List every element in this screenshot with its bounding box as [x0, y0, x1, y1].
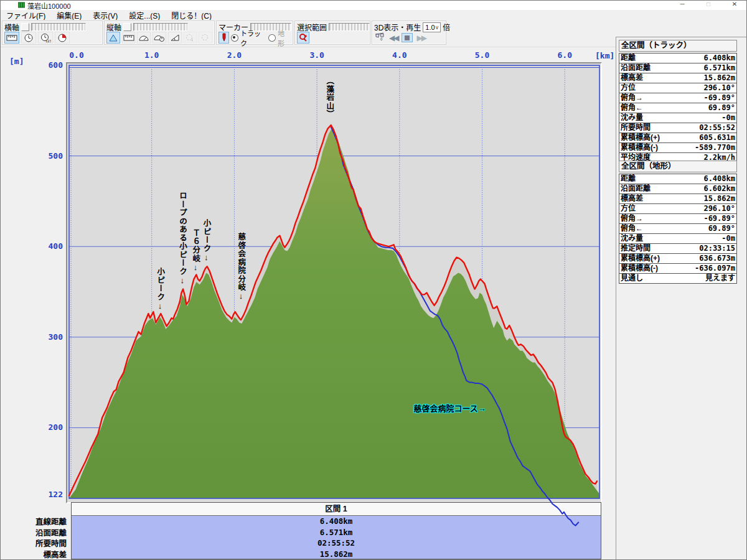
stat-label: 累積標高(+) [619, 254, 660, 263]
app-icon [18, 2, 25, 9]
stat-label: 俯角← [619, 224, 643, 233]
stat-value: 296.10° [703, 204, 736, 213]
menu-file[interactable]: ファイル(F) [1, 10, 51, 21]
y-tick-label: 200 [34, 422, 63, 432]
vaxis-elevation-mountain-icon[interactable] [106, 32, 120, 44]
panel-track-stats: 全区間（トラック） 距離6.408km沿面距離6.571km標高差15.862m… [619, 40, 737, 163]
vaxis-extra-1-icon[interactable]: 1 [184, 32, 197, 44]
vaxis-ruler-icon[interactable] [122, 32, 136, 44]
stat-row: 累積標高(-)-589.770m [619, 143, 736, 153]
stat-label: 方位 [619, 204, 636, 213]
stat-value: -69.89° [703, 93, 736, 103]
y-tick-label: 300 [34, 332, 63, 342]
stat-label: 沿面距離 [619, 63, 651, 73]
haxis-pie-timer-icon[interactable] [55, 32, 70, 44]
panel-terrain-title: 全区間（地形） [619, 161, 737, 172]
play-button[interactable]: ▶▶ [416, 34, 425, 42]
rewind-button[interactable]: ◀◀ [389, 34, 398, 42]
segment-value: 6.408km [72, 516, 601, 527]
menu-bar: ファイル(F) 編集(E) 表示(V) 設定...(S) 閉じる！(C) [1, 10, 746, 20]
maximize-button[interactable]: □ [700, 1, 716, 7]
y-tick-label: 600 [34, 60, 63, 70]
stat-value: 15.862m [703, 194, 736, 203]
stat-value: 636.673m [699, 254, 736, 263]
x-tick-label: 0.0 [63, 50, 90, 60]
selection-range-slider[interactable] [329, 23, 370, 31]
vaxis-speed-gauge-icon[interactable] [137, 32, 151, 44]
segment-row-label: 沿面距離 [1, 526, 67, 538]
stat-row: 俯角→-69.89° [619, 214, 736, 224]
segment-row-label: 直線距離 [1, 515, 67, 527]
minimize-button[interactable]: ─ [674, 1, 690, 7]
panel-track-table: 距離6.408km沿面距離6.571km標高差15.862m方位296.10°俯… [619, 53, 737, 163]
stat-label: 累積標高(-) [619, 264, 658, 273]
stat-row: 俯角←69.89° [619, 103, 736, 113]
stat-label: 所要時間 [619, 123, 651, 133]
stat-label: 俯角→ [619, 214, 643, 223]
segment-value: 15.862m [72, 549, 601, 560]
stat-value: -69.89° [703, 214, 736, 223]
stop-button[interactable] [402, 33, 413, 42]
vaxis-gauge-clock-icon[interactable] [153, 32, 166, 44]
stat-label: 標高差 [619, 194, 643, 203]
stat-row: 見通し見えます [619, 274, 736, 283]
vaxis-option-button[interactable] [123, 23, 131, 31]
horizontal-axis-label: 横軸 [4, 22, 19, 32]
radio-selected-icon [231, 34, 238, 42]
toolbar: 横軸 123 縦軸 1 [1, 20, 617, 47]
vaxis-scale-slider[interactable] [133, 23, 188, 31]
segment-table: 区間 1 6.408km6.571km02:55:5215.862m [71, 502, 601, 559]
stat-label: 俯角← [619, 103, 643, 113]
x-tick-label: 4.0 [386, 50, 413, 60]
haxis-scale-slider[interactable] [31, 23, 86, 31]
svg-text:123: 123 [45, 39, 51, 43]
svg-text:.: . [207, 38, 208, 42]
stat-value: 296.10° [703, 83, 736, 93]
haxis-clock-icon[interactable] [21, 32, 36, 44]
close-button[interactable]: ✕ [726, 1, 743, 7]
window-title: 藻岩山100000 [27, 1, 71, 11]
menu-settings[interactable]: 設定...(S) [123, 10, 166, 21]
stat-row: 累積標高(-)-636.097m [619, 264, 736, 274]
marker-radio-terrain[interactable]: 地形 [268, 28, 291, 48]
x-tick-label: 5.0 [469, 50, 496, 60]
stat-value: 69.89° [708, 224, 736, 233]
stat-value: -0m [721, 113, 736, 123]
menu-close[interactable]: 閉じる！(C) [166, 10, 217, 21]
group-selection-range: 選択範囲 [294, 21, 370, 45]
stat-value: -589.770m [695, 143, 736, 152]
haxis-clock-number-icon[interactable]: 123 [38, 32, 53, 44]
marker-radio-track[interactable]: トラック [231, 28, 266, 48]
stat-label: 累積標高(+) [619, 133, 660, 142]
stat-value: 6.408km [703, 54, 736, 63]
marker-pen-icon[interactable] [218, 32, 229, 44]
haxis-option-button[interactable] [21, 23, 29, 31]
segment-table-header: 区間 1 [72, 503, 601, 516]
3d-glasses-icon[interactable]: 0 [374, 32, 385, 44]
stat-row: 標高差15.862m [619, 73, 736, 83]
menu-edit[interactable]: 編集(E) [51, 10, 87, 21]
vaxis-slope-angle-icon[interactable] [168, 32, 182, 44]
stat-value: 15.862m [703, 73, 736, 83]
elevation-plot-area[interactable] [69, 65, 599, 498]
y-tick-label: 122 [34, 490, 63, 499]
vertical-axis-label: 縦軸 [106, 22, 121, 32]
y-tick-label: 500 [34, 151, 63, 161]
stat-row: 推定時間02:33:15 [619, 244, 736, 254]
playback-speed-select[interactable]: 1.0∨ [423, 22, 441, 32]
stat-value: 69.89° [708, 103, 736, 113]
stat-value: 6.571km [703, 63, 736, 73]
stats-sidebar: 全区間（トラック） 距離6.408km沿面距離6.571km標高差15.862m… [616, 37, 747, 560]
stat-row: 距離6.408km [619, 54, 736, 63]
menu-view[interactable]: 表示(V) [87, 10, 123, 21]
stat-value: 見えます [705, 274, 736, 283]
y-axis-unit-label: [m] [9, 57, 24, 66]
selection-zoom-marker-icon[interactable] [297, 32, 309, 44]
playback-speed-unit: 倍 [443, 22, 450, 32]
haxis-distance-ruler-icon[interactable] [4, 32, 19, 44]
panel-terrain-stats: 全区間（地形） 距離6.408km沿面距離6.602km標高差15.862m方位… [619, 161, 737, 284]
stat-value: 6.408km [703, 174, 736, 184]
segment-row-label: 所要時間 [1, 537, 67, 549]
vaxis-extra-2-icon[interactable]: . [199, 32, 212, 44]
stat-row: 距離6.408km [619, 174, 736, 184]
